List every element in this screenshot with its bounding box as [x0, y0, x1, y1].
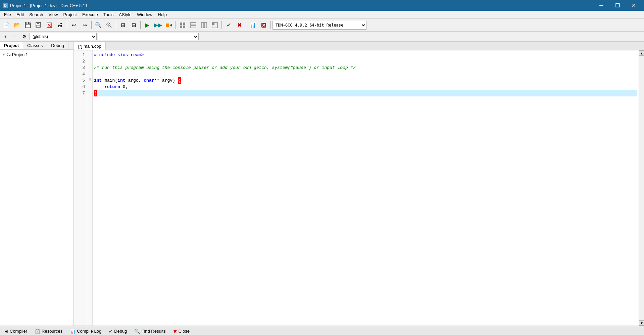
line-num-4: 4	[74, 71, 87, 77]
line-num-7: 7	[74, 90, 87, 96]
save-file-button[interactable]: 💾	[23, 20, 33, 30]
code-line-2	[94, 58, 637, 65]
compiler-select[interactable]: TDM-GCC 4.9.2 64-bit Release	[273, 21, 366, 30]
run-button[interactable]: ▶▶	[153, 20, 163, 30]
vscroll-down[interactable]: ▼	[639, 320, 644, 326]
win-layout2[interactable]	[188, 20, 198, 30]
compile-run-button[interactable]	[164, 20, 174, 30]
redo-button[interactable]: ↪	[80, 20, 90, 30]
line-num-2: 2	[74, 58, 87, 65]
tab-close[interactable]: ✖ Close	[170, 327, 193, 335]
abort-button[interactable]	[259, 20, 269, 30]
code-line-6: return 0;	[94, 84, 637, 90]
new-file-button[interactable]: 📄	[1, 20, 11, 30]
compiler-tab-icon: ⊞	[4, 329, 8, 334]
find-results-tab-label: Find Results	[141, 329, 165, 334]
open-brace: {	[178, 77, 181, 84]
project-name: Project1	[12, 52, 28, 57]
tab-compiler[interactable]: ⊞ Compiler	[1, 327, 30, 335]
close-file-button[interactable]	[44, 20, 54, 30]
win-layout1[interactable]	[178, 20, 188, 30]
menu-bar: File Edit Search View Project Execute To…	[0, 11, 644, 19]
tab-debug[interactable]: ✔ Debug	[106, 327, 130, 335]
svg-rect-14	[183, 26, 185, 28]
svg-text:+: +	[108, 24, 109, 27]
scope-dropdown-2[interactable]	[98, 33, 199, 40]
tab-find-results[interactable]: 🔍 Find Results	[131, 327, 168, 335]
sidebar-tabs: Project Classes Debug	[0, 42, 73, 50]
profile-button[interactable]: 📊	[248, 20, 258, 30]
debug-tab-label: Debug	[114, 329, 127, 334]
svg-rect-13	[180, 26, 182, 28]
scope-settings-button[interactable]: ⚙	[20, 33, 28, 41]
menu-astyle[interactable]: AStyle	[116, 11, 134, 18]
menu-view[interactable]: View	[46, 11, 61, 18]
save-all-button[interactable]	[34, 20, 44, 30]
compile-button[interactable]: ▶	[142, 20, 152, 30]
svg-rect-1	[37, 23, 39, 24]
tree-expand-icon: +	[3, 53, 5, 56]
stop-button[interactable]: ✖	[234, 20, 244, 30]
debug-tab-icon: ✔	[109, 329, 113, 334]
line-num-5: 5	[74, 77, 87, 84]
svg-line-7	[110, 26, 111, 28]
svg-rect-12	[183, 23, 185, 25]
project-tree: + 🗂 Project1	[0, 50, 73, 326]
fold-area: ⊟	[87, 50, 93, 326]
menu-file[interactable]: File	[1, 11, 14, 18]
kw-int: int	[94, 77, 102, 84]
tab-resources[interactable]: 📋 Resources	[32, 327, 65, 335]
layout1-button[interactable]: ⊞	[118, 20, 128, 30]
menu-tools[interactable]: Tools	[101, 11, 116, 18]
title-bar: D Project1 - [Project1.dev] - Dev-C++ 5.…	[0, 0, 644, 11]
close-tab-label: Close	[179, 329, 190, 334]
tb-sep-7	[246, 21, 246, 29]
win-layout3[interactable]	[199, 20, 209, 30]
layout2-button[interactable]: ⊟	[129, 20, 139, 30]
print-button[interactable]: 🖨	[55, 20, 65, 30]
tab-debug[interactable]: Debug	[47, 42, 68, 49]
svg-rect-11	[180, 23, 182, 25]
code-content[interactable]: #include <iostream> /* run this program …	[93, 50, 639, 326]
tb-sep-6	[221, 21, 222, 29]
minimize-button[interactable]: ─	[594, 0, 609, 11]
line-num-3: 3	[74, 65, 87, 71]
add-scope-button[interactable]: +	[1, 33, 9, 41]
tab-compile-log[interactable]: 📊 Compile Log	[67, 327, 104, 335]
editor-tab-main[interactable]: [*] main.cpp	[74, 42, 106, 50]
secondary-toolbar: + - ⚙ (globals)	[0, 32, 644, 42]
menu-help[interactable]: Help	[155, 11, 169, 18]
bottom-panel: ⊞ Compiler 📋 Resources 📊 Compile Log ✔ D…	[0, 326, 644, 335]
menu-window[interactable]: Window	[134, 11, 155, 18]
vscroll-up[interactable]: ▲	[639, 50, 644, 56]
fold-6	[87, 82, 92, 89]
svg-rect-16	[191, 26, 196, 28]
undo-button[interactable]: ↩	[69, 20, 79, 30]
menu-edit[interactable]: Edit	[14, 11, 27, 18]
find-button[interactable]: 🔍	[93, 20, 103, 30]
tab-project[interactable]: Project	[0, 42, 23, 49]
main-area: Project Classes Debug + 🗂 Project1 [*] m…	[0, 42, 644, 326]
menu-execute[interactable]: Execute	[80, 11, 101, 18]
vscroll-track[interactable]	[639, 56, 644, 320]
project-icon: 🗂	[6, 52, 11, 57]
tree-item-project1[interactable]: + 🗂 Project1	[1, 51, 72, 58]
win-layout4[interactable]	[210, 20, 220, 30]
close-brace: }	[94, 90, 97, 96]
title-bar-left: D Project1 - [Project1.dev] - Dev-C++ 5.…	[3, 3, 88, 8]
scope-dropdown[interactable]: (globals)	[30, 33, 97, 40]
check-button[interactable]: ✔	[224, 20, 234, 30]
close-button[interactable]: ✕	[626, 0, 641, 11]
replace-button[interactable]: +	[104, 20, 114, 30]
menu-search[interactable]: Search	[27, 11, 46, 18]
remove-scope-button[interactable]: -	[11, 33, 19, 41]
restore-button[interactable]: ❐	[610, 0, 625, 11]
compile-log-tab-label: Compile Log	[77, 329, 101, 334]
bottom-tabs: ⊞ Compiler 📋 Resources 📊 Compile Log ✔ D…	[0, 326, 644, 335]
tab-classes[interactable]: Classes	[23, 42, 47, 49]
menu-project[interactable]: Project	[61, 11, 80, 18]
sidebar: Project Classes Debug + 🗂 Project1	[0, 42, 74, 326]
fold-5[interactable]: ⊟	[87, 76, 92, 82]
open-file-button[interactable]: 📂	[12, 20, 22, 30]
fold-7	[87, 89, 92, 95]
